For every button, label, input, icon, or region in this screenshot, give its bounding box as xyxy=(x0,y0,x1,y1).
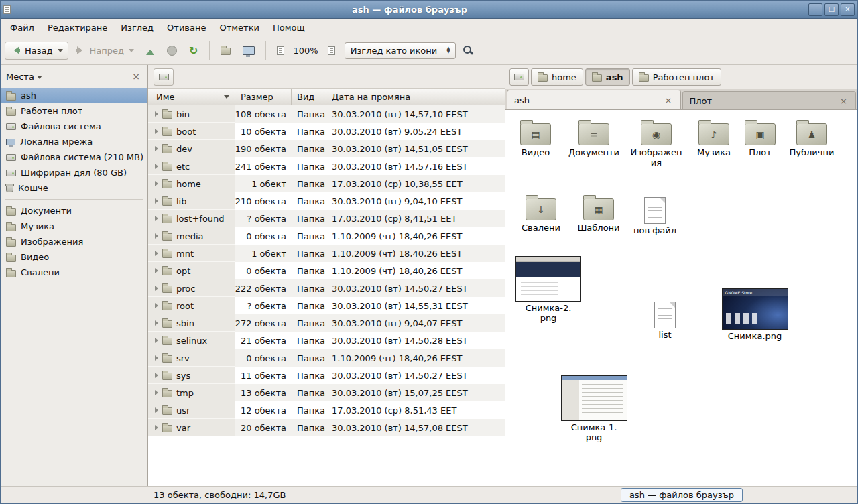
sidebar-item-9[interactable]: Изображения xyxy=(1,234,147,249)
icon-view-item-Публични[interactable]: ♟Публични xyxy=(784,117,839,158)
table-row[interactable]: mnt1 обектПапка1.10.2009 (чт) 18,40,26 E… xyxy=(148,245,505,262)
expander-icon[interactable] xyxy=(155,164,158,169)
expander-icon[interactable] xyxy=(155,390,158,395)
expander-icon[interactable] xyxy=(155,338,158,343)
table-row[interactable]: sys11 обектаПапка30.03.2010 (вт) 14,50,2… xyxy=(148,367,505,384)
menu-item-4[interactable]: Отметки xyxy=(212,21,265,35)
sidebar-item-0[interactable]: ash xyxy=(1,88,147,103)
table-row[interactable]: proc222 обектаПапка30.03.2010 (вт) 14,50… xyxy=(148,279,505,297)
pane-root-button[interactable] xyxy=(154,68,174,86)
expander-icon[interactable] xyxy=(155,268,158,273)
sidebar-item-1[interactable]: Работен плот xyxy=(1,103,147,119)
table-row[interactable]: sbin272 обектаПапка30.03.2010 (вт) 9,04,… xyxy=(148,314,505,332)
sidebar-item-4[interactable]: Файлова система (210 MB) xyxy=(1,149,147,165)
table-row[interactable]: usr12 обектаПапка17.03.2010 (ср) 8,51,43… xyxy=(148,401,505,419)
minimize-button[interactable]: _ xyxy=(808,3,822,16)
icon-view-item-Шаблони[interactable]: ▦Шаблони xyxy=(570,192,627,233)
search-button[interactable] xyxy=(457,41,479,60)
table-row[interactable]: opt0 обектаПапка1.10.2009 (чт) 18,40,26 … xyxy=(148,262,505,279)
back-button[interactable]: Назад xyxy=(5,42,68,60)
forward-button[interactable]: Напред xyxy=(70,42,139,60)
table-row[interactable]: dev190 обектаПапка30.03.2010 (вт) 14,51,… xyxy=(148,140,505,158)
icon-view-item-Документи[interactable]: ≡Документи xyxy=(563,117,625,158)
icon-view-item-Видео[interactable]: ▤Видео xyxy=(509,117,562,158)
taskbar-window-button[interactable]: ash — файлов браузър xyxy=(621,488,743,502)
pathbar-button-Работен плот[interactable]: Работен плот xyxy=(632,68,721,86)
sidebar-item-2[interactable]: Файлова система xyxy=(1,119,147,134)
tab-close-icon[interactable]: × xyxy=(664,95,674,105)
pathbar-root-button[interactable] xyxy=(509,68,529,86)
expander-icon[interactable] xyxy=(155,320,158,326)
menu-item-3[interactable]: Отиване xyxy=(160,21,212,35)
expander-icon[interactable] xyxy=(155,181,158,186)
icon-view-item-list[interactable]: list xyxy=(637,296,693,340)
icon-view-item-Снимка-1.-png[interactable]: Снимка-1. png xyxy=(556,375,631,443)
table-row[interactable]: home1 обектПапка17.03.2010 (ср) 10,38,55… xyxy=(148,175,505,192)
menu-item-5[interactable]: Помощ xyxy=(266,21,312,35)
table-row[interactable]: selinux21 обектаПапка30.03.2010 (вт) 14,… xyxy=(148,332,505,349)
icon-view-item-Снимка.png[interactable]: GNOME StoreСнимка.png xyxy=(717,288,792,342)
expander-icon[interactable] xyxy=(155,198,158,204)
sidebar-item-11[interactable]: Свалени xyxy=(1,265,147,280)
menu-item-0[interactable]: Файл xyxy=(3,21,41,35)
table-row[interactable]: media0 обектаПапка1.10.2009 (чт) 18,40,2… xyxy=(148,227,505,245)
column-header-date[interactable]: Дата на промяна xyxy=(326,89,505,105)
table-row[interactable]: tmp13 обектаПапка30.03.2010 (вт) 15,07,2… xyxy=(148,384,505,401)
view-mode-selector[interactable]: Изглед като икони ▲▼ xyxy=(345,42,456,59)
tab-close-icon[interactable]: × xyxy=(839,96,849,106)
reload-button[interactable]: ↻ xyxy=(184,42,203,59)
table-row[interactable]: root? обектаПапка30.03.2010 (вт) 14,55,3… xyxy=(148,297,505,314)
icon-view-item-Изображен-ия[interactable]: ◉Изображен ия xyxy=(626,117,686,168)
table-row[interactable]: srv0 обектаПапка1.10.2009 (чт) 18,40,26 … xyxy=(148,349,505,367)
table-row[interactable]: lost+found? обектаПапка17.03.2010 (ср) 8… xyxy=(148,210,505,227)
expander-icon[interactable] xyxy=(155,129,158,134)
table-row[interactable]: bin108 обектаПапка30.03.2010 (вт) 14,57,… xyxy=(148,105,505,123)
pathbar-button-ash[interactable]: ash xyxy=(585,68,630,86)
sidebar-item-6[interactable]: Кошче xyxy=(1,180,147,196)
zoom-in-button[interactable] xyxy=(322,42,341,59)
expander-icon[interactable] xyxy=(155,233,158,239)
icon-view-item-Плот[interactable]: ▣Плот xyxy=(739,117,782,158)
table-row[interactable]: var20 обектаПапка30.03.2010 (вт) 14,57,0… xyxy=(148,419,505,436)
tab-ash[interactable]: ash× xyxy=(507,90,681,109)
expander-icon[interactable] xyxy=(155,407,158,413)
sidebar-item-3[interactable]: Локална мрежа xyxy=(1,134,147,149)
expander-icon[interactable] xyxy=(155,216,158,221)
sidebar-item-5[interactable]: Шифриран дял (80 GB) xyxy=(1,165,147,180)
table-row[interactable]: boot10 обектаПапка30.03.2010 (вт) 9,05,2… xyxy=(148,123,505,140)
column-header-type[interactable]: Вид xyxy=(292,89,326,105)
titlebar[interactable]: ash — файлов браузър _ □ × xyxy=(1,1,857,19)
up-button[interactable] xyxy=(141,42,160,60)
zoom-out-button[interactable] xyxy=(271,42,290,59)
places-header[interactable]: Места × xyxy=(1,65,147,88)
sidebar-item-7[interactable]: Документи xyxy=(1,203,147,218)
expander-icon[interactable] xyxy=(155,286,158,291)
maximize-button[interactable]: □ xyxy=(824,3,839,16)
computer-button[interactable] xyxy=(237,42,260,59)
expander-icon[interactable] xyxy=(155,303,158,308)
column-header-size[interactable]: Размер xyxy=(235,89,292,105)
places-close-icon[interactable]: × xyxy=(130,71,142,82)
menu-item-1[interactable]: Редактиране xyxy=(41,21,114,35)
table-row[interactable]: lib210 обектаПапка30.03.2010 (вт) 9,04,1… xyxy=(148,192,505,210)
icon-view-item-Снимка-2.-png[interactable]: GUADECСнимка-2. png xyxy=(513,256,583,324)
home-button[interactable] xyxy=(215,42,236,59)
icon-view-item-Музика[interactable]: ♪Музика xyxy=(689,117,739,158)
icon-view-item-нов-файл[interactable]: нов файл xyxy=(626,192,684,236)
menu-item-2[interactable]: Изглед xyxy=(114,21,160,35)
table-row[interactable]: etc241 обектаПапка30.03.2010 (вт) 14,57,… xyxy=(148,158,505,175)
expander-icon[interactable] xyxy=(155,355,158,361)
sidebar-item-10[interactable]: Видео xyxy=(1,249,147,265)
tab-Плот[interactable]: Плот× xyxy=(682,91,857,109)
close-button[interactable]: × xyxy=(841,3,855,16)
expander-icon[interactable] xyxy=(155,146,158,151)
pathbar-button-home[interactable]: home xyxy=(531,68,583,86)
sidebar-item-8[interactable]: Музика xyxy=(1,218,147,234)
expander-icon[interactable] xyxy=(155,425,158,430)
zoom-level[interactable]: 100% xyxy=(291,42,321,59)
column-header-name[interactable]: Име xyxy=(148,89,235,105)
expander-icon[interactable] xyxy=(155,111,158,117)
expander-icon[interactable] xyxy=(155,251,158,256)
stop-button[interactable] xyxy=(162,42,182,60)
icon-view-item-Свалени[interactable]: ↓Свалени xyxy=(513,192,568,233)
